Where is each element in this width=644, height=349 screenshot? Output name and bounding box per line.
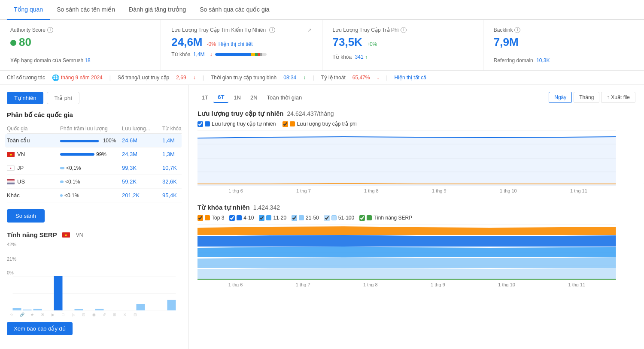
organic-traffic-card: Lưu Lượng Truy Cập Tìm Kiếm Tự Nhiên i ↗… [161, 20, 322, 70]
kw-legend-top3[interactable]: Top 3 [197, 215, 224, 221]
authority-score-card: Authority Score i 80 Xếp hạng domain của… [0, 20, 161, 70]
kw-legend-51-100[interactable]: 51-100 [324, 215, 354, 221]
paid-info-icon[interactable]: i [401, 27, 407, 33]
external-icon[interactable]: ↗ [307, 27, 312, 33]
legend-paid-checkbox[interactable] [283, 121, 288, 127]
svg-marker-35 [197, 226, 616, 235]
x-label-4: 1 thg 10 [500, 188, 517, 193]
svg-rect-7 [54, 276, 63, 310]
authority-sub-value[interactable]: 18 [85, 57, 90, 63]
authority-label: Authority Score [10, 27, 46, 33]
keywords-chart-section: Từ khóa tự nhiên 1.424.342 Top 3 4-10 [197, 204, 635, 287]
keywords-legend: Top 3 4-10 11-20 21-50 [197, 215, 635, 221]
tab-tra-phi[interactable]: Trả phí [47, 92, 79, 104]
traffic-chart-wrapper: 25,4M 19,1M 12,7M 6,4M 0 [197, 130, 635, 187]
bounce-value: 65,47% [352, 75, 370, 81]
country-name-jp: JP [7, 165, 58, 171]
compare-button[interactable]: So sánh [7, 209, 45, 223]
kw-x-label-4: 1 thg 10 [498, 282, 515, 287]
serp-icon: ✕ [120, 313, 130, 317]
kw-legend-serp[interactable]: Tính năng SERP [359, 215, 412, 221]
kw-top3-checkbox[interactable] [197, 215, 203, 221]
legend-item-organic[interactable]: Lưu lượng truy cập tự nhiên [197, 121, 276, 127]
main-content: Tự nhiên Trả phí Phân bố các quốc gia Qu… [0, 85, 644, 349]
engagement-row: Chỉ số tương tác 🌐 tháng 9 năm 2024 | Số… [0, 71, 644, 85]
keywords-us: 32,6K [162, 178, 189, 185]
country-dist-title: Phân bố các quốc gia [7, 111, 182, 119]
keywords-x-axis: 1 thg 6 1 thg 7 1 thg 8 1 thg 9 1 thg 10… [197, 282, 612, 287]
table-row[interactable]: Toàn cầu 100% 24,6M 1,4M [5, 134, 182, 147]
svg-marker-31 [197, 268, 616, 279]
time-value: 08:34 [283, 75, 296, 81]
serp-y-42: 42% [7, 242, 16, 247]
time-btn-6t[interactable]: 6T [213, 92, 228, 103]
kw-21-50-checkbox[interactable] [292, 215, 297, 221]
serp-icon: ▷ [69, 313, 78, 317]
serp-y-0: 0% [7, 270, 14, 275]
organic-keywords-label: Từ khóa [171, 51, 191, 57]
traffic-x-axis: 1 thg 6 1 thg 7 1 thg 8 1 thg 9 1 thg 10… [197, 188, 614, 193]
kw-top3-label: Top 3 [212, 215, 224, 221]
legend-organic-checkbox[interactable] [197, 121, 203, 127]
table-row[interactable]: JP <0,1% 99,3K 10,7K [7, 161, 182, 175]
view-btn-thang[interactable]: Tháng [574, 92, 599, 103]
view-report-button[interactable]: Xem báo cáo đầy đủ [7, 322, 73, 335]
authority-info-icon[interactable]: i [47, 27, 53, 33]
kw-legend-4-10[interactable]: 4-10 [229, 215, 254, 221]
kw-4-10-checkbox[interactable] [229, 215, 235, 221]
kw-x-label-2: 1 thg 8 [363, 282, 378, 287]
kw-21-50-label: 21-50 [306, 215, 319, 221]
time-controls: 1T 6T 1N 2N Toàn thời gian Ngày Tháng ↑ … [197, 92, 635, 103]
kw-dot-21-50 [299, 215, 304, 220]
kw-serp-checkbox[interactable] [359, 215, 365, 221]
tab-so-sanh[interactable]: So sánh các tên miền [50, 0, 122, 20]
organic-label: Lưu Lượng Truy Cập Tìm Kiếm Tự Nhiên [171, 27, 266, 33]
country-name-us: US [7, 178, 58, 185]
svg-rect-3 [13, 308, 21, 310]
serp-y-21: 21% [7, 256, 16, 262]
svg-rect-9 [75, 309, 83, 310]
kw-x-label-5: 1 thg 11 [568, 282, 585, 287]
view-btn-ngay[interactable]: Ngày [549, 92, 572, 103]
kw-legend-21-50[interactable]: 21-50 [292, 215, 319, 221]
table-row[interactable]: Khác <0,1% 201,2K 95,4K [7, 189, 182, 202]
serp-icon: ◉ [89, 313, 99, 317]
backlinks-label: Backlink [494, 27, 513, 33]
kw-legend-11-20[interactable]: 11-20 [259, 215, 286, 221]
tab-danh-gia[interactable]: Đánh giá tăng trưởng [122, 0, 193, 20]
tab-tong-quan[interactable]: Tổng quan [7, 0, 50, 20]
organic-info-icon[interactable]: i [269, 27, 275, 33]
paid-value: 73,5K [333, 36, 362, 49]
backlinks-info-icon[interactable]: i [514, 27, 520, 33]
backlinks-value: 7,9M [494, 36, 634, 49]
svg-rect-5 [33, 309, 42, 310]
svg-marker-33 [197, 247, 616, 257]
x-label-3: 1 thg 9 [432, 188, 447, 193]
show-all-link[interactable]: Hiện thị tất cả [395, 75, 427, 81]
serp-icon: ⊟ [131, 313, 140, 317]
kw-11-20-checkbox[interactable] [259, 215, 264, 221]
organic-keywords-value: 1,4M [193, 51, 205, 57]
organic-show-detail[interactable]: Hiện thị chi tiết [219, 41, 253, 47]
traffic-global: 24,6M [122, 137, 161, 144]
export-button[interactable]: ↑ Xuất file [601, 92, 635, 103]
pages-label: Số trang/Lượt truy cập [118, 75, 169, 81]
table-row[interactable]: US <0,1% 59,2K 32,6K [7, 175, 182, 189]
time-btn-all[interactable]: Toàn thời gian [263, 92, 307, 103]
serp-section: Tính năng SERP VN 42% 21% 0% [7, 231, 182, 335]
paid-keywords-value: 341 [355, 54, 364, 60]
kw-51-100-checkbox[interactable] [324, 215, 330, 221]
tab-quoc-gia[interactable]: So sánh qua các quốc gia [193, 0, 276, 20]
traffic-chart-title: Lưu lượng truy cập tự nhiên [197, 110, 284, 117]
serp-icon: ▶ [48, 313, 58, 317]
time-btn-2n[interactable]: 2N [246, 92, 262, 103]
time-btn-1n[interactable]: 1N [229, 92, 245, 103]
legend-item-paid[interactable]: Lưu lượng truy cập trả phí [283, 121, 357, 127]
svg-marker-24 [197, 137, 616, 186]
tab-tu-nhien[interactable]: Tự nhiên [7, 92, 43, 104]
serp-flag [62, 232, 70, 238]
x-label-2: 1 thg 8 [364, 188, 379, 193]
table-row[interactable]: VN 99% 24,3M 1,3M [7, 147, 182, 161]
authority-dot [10, 40, 16, 46]
time-btn-1t[interactable]: 1T [197, 92, 213, 103]
